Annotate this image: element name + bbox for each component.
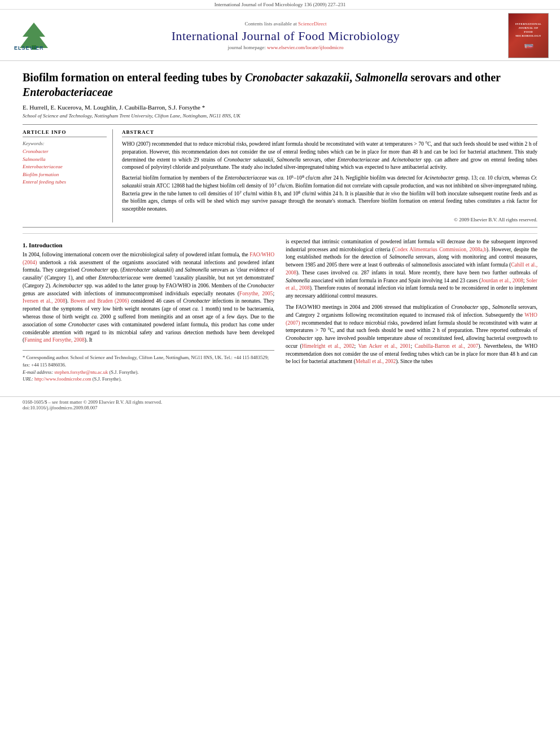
intro-right-para-2: The FAO/WHO meetings in 2004 and 2006 st…	[286, 304, 537, 366]
doi-line: doi:10.1016/j.ijfoodmicro.2009.08.007	[23, 405, 537, 410]
keyword-1: Cronobacter	[23, 148, 107, 156]
vanacker-link[interactable]: Van Acker et al., 2001	[358, 343, 410, 349]
article-info-col: ARTICLE INFO Keywords: Cronobacter Salmo…	[23, 129, 113, 222]
body-col-right: is expected that intrinsic contamination…	[286, 238, 537, 383]
fanning-link[interactable]: Fanning and Forsythe, 2008	[24, 337, 85, 343]
body-col-left: 1. Introduction In 2004, following inter…	[23, 238, 274, 383]
abstract-title: ABSTRACT	[122, 129, 537, 137]
sciencedirect-link[interactable]: ScienceDirect	[298, 21, 326, 27]
jourdan-link[interactable]: Jourdan et al., 2008	[481, 278, 523, 283]
article-info-title: ARTICLE INFO	[23, 129, 107, 137]
intro-left-para-1: In 2004, following international concern…	[23, 251, 274, 344]
intro-right-para-1: is expected that intrinsic contamination…	[286, 238, 537, 300]
footnote-email: E-mail address: stephen.forsythe@ntu.ac.…	[23, 369, 274, 376]
fao-who-link[interactable]: FAO/WHO (2004)	[23, 252, 274, 265]
bowen-link[interactable]: Bowen and Braden (2006)	[71, 298, 129, 304]
keywords-list: Cronobacter Salmonella Enterobacteriacea…	[23, 148, 107, 186]
journal-cover-image: INTERNATIONALJOURNAL OFFOODMICROBIOLOGY …	[508, 13, 549, 58]
article-info-abstract-row: ARTICLE INFO Keywords: Cronobacter Salmo…	[23, 124, 537, 228]
journal-cover-area: INTERNATIONALJOURNAL OFFOODMICROBIOLOGY …	[498, 13, 549, 58]
footnotes-section: * Corresponding author. School of Scienc…	[23, 350, 274, 383]
cahill-link[interactable]: Cahill et al., 2008	[286, 262, 537, 276]
article-title-block: Biofilm formation on enteral feeding tub…	[23, 70, 537, 119]
cover-icon: 🧫	[524, 40, 533, 49]
article-affiliation: School of Science and Technology, Nottin…	[23, 113, 537, 119]
keyword-4: Biofilm formation	[23, 171, 107, 179]
svg-text:ELSEVIER: ELSEVIER	[14, 45, 44, 51]
intro-right-text: is expected that intrinsic contamination…	[286, 238, 537, 366]
keyword-3: Enterobacteriaceae	[23, 163, 107, 171]
abstract-copyright: © 2009 Elsevier B.V. All rights reserved…	[122, 217, 537, 222]
homepage-line: journal homepage: www.elsevier.com/locat…	[73, 45, 498, 50]
caubilla-link[interactable]: Caubilla-Barron et al., 2007	[415, 343, 479, 349]
elsevier-logo-area: ELSEVIER	[11, 20, 73, 52]
keywords-label: Keywords:	[23, 141, 107, 146]
article-outer: Biofilm formation on enteral feeding tub…	[0, 61, 560, 392]
keyword-5: Enteral feeding tubes	[23, 178, 107, 186]
url-link[interactable]: http://www.foodmicrobe.com	[34, 376, 91, 382]
page-wrapper: International Journal of Food Microbiolo…	[0, 0, 560, 747]
intro-heading: 1. Introduction	[23, 242, 274, 248]
who-link[interactable]: WHO (2007)	[286, 312, 537, 326]
abstract-para-2: Bacterial biofilm formation by members o…	[122, 174, 537, 213]
article-authors: E. Hurrell, E. Kucerova, M. Loughlin, J.…	[23, 104, 537, 111]
forsythe-link[interactable]: Forsythe, 2005	[239, 291, 273, 296]
issn-line: 0168-1605/$ – see front matter © 2009 El…	[23, 399, 537, 405]
elsevier-logo-svg: ELSEVIER	[11, 20, 56, 51]
journal-header: ELSEVIER Contents lists available at Sci…	[0, 10, 560, 61]
journal-header-center: Contents lists available at ScienceDirec…	[73, 21, 498, 50]
article-title: Biofilm formation on enteral feeding tub…	[23, 70, 537, 99]
codex-link[interactable]: Codex Alimentarius Commission, 2008a,b	[394, 247, 487, 252]
abstract-para-1: WHO (2007) recommended that to reduce mi…	[122, 141, 537, 172]
sciencedirect-prefix: Contents lists available at	[245, 21, 298, 27]
divider-1	[23, 233, 537, 234]
cover-text: INTERNATIONALJOURNAL OFFOODMICROBIOLOGY	[515, 22, 541, 38]
mehall-link[interactable]: Mehall et al., 2002	[356, 359, 396, 364]
article-body-cols: 1. Introduction In 2004, following inter…	[23, 238, 537, 383]
himelright-link[interactable]: Himelright et al., 2002	[302, 343, 355, 349]
journal-title: International Journal of Food Microbiolo…	[73, 29, 498, 43]
footnote-url: URL: http://www.foodmicrobe.com (S.J. Fo…	[23, 375, 274, 383]
top-meta-bar: International Journal of Food Microbiolo…	[0, 0, 560, 10]
svg-marker-1	[20, 23, 48, 48]
abstract-text: WHO (2007) recommended that to reduce mi…	[122, 141, 537, 213]
homepage-prefix: journal homepage:	[228, 45, 267, 50]
journal-meta-text: International Journal of Food Microbiolo…	[215, 2, 346, 7]
iversen-link[interactable]: Iversen et al., 2008	[23, 298, 65, 304]
bottom-bar: 0168-1605/$ – see front matter © 2009 El…	[0, 396, 560, 413]
intro-left-text: In 2004, following international concern…	[23, 251, 274, 344]
keyword-2: Salmonella	[23, 156, 107, 164]
email-link[interactable]: stephen.forsythe@ntu.ac.uk	[54, 369, 108, 375]
footnote-star: * Corresponding author. School of Scienc…	[23, 354, 274, 369]
sciencedirect-line: Contents lists available at ScienceDirec…	[73, 21, 498, 27]
abstract-col: ABSTRACT WHO (2007) recommended that to …	[122, 129, 537, 222]
homepage-link[interactable]: www.elsevier.com/locate/ijfoodmicro	[267, 45, 343, 50]
